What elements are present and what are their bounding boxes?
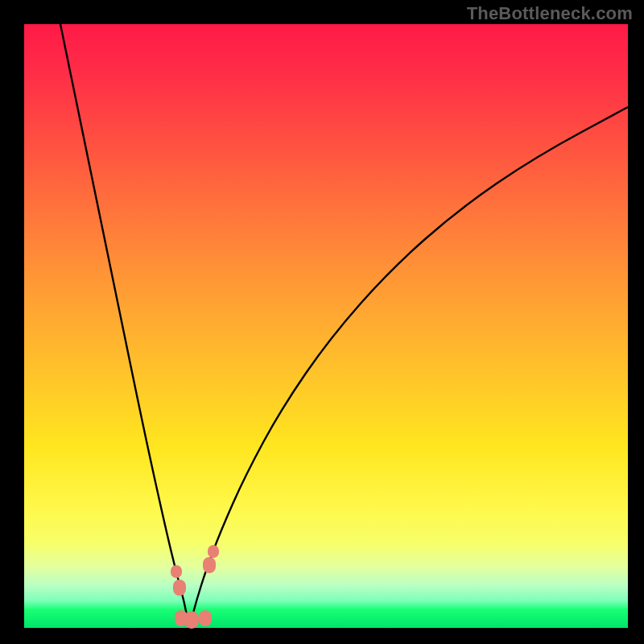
watermark-text: TheBottleneck.com	[467, 3, 633, 24]
chart-frame: TheBottleneck.com	[0, 0, 644, 644]
curve-left-branch	[60, 24, 189, 628]
plot-area	[24, 24, 628, 628]
bottleneck-curve	[24, 24, 628, 628]
curve-right-branch	[189, 107, 628, 628]
